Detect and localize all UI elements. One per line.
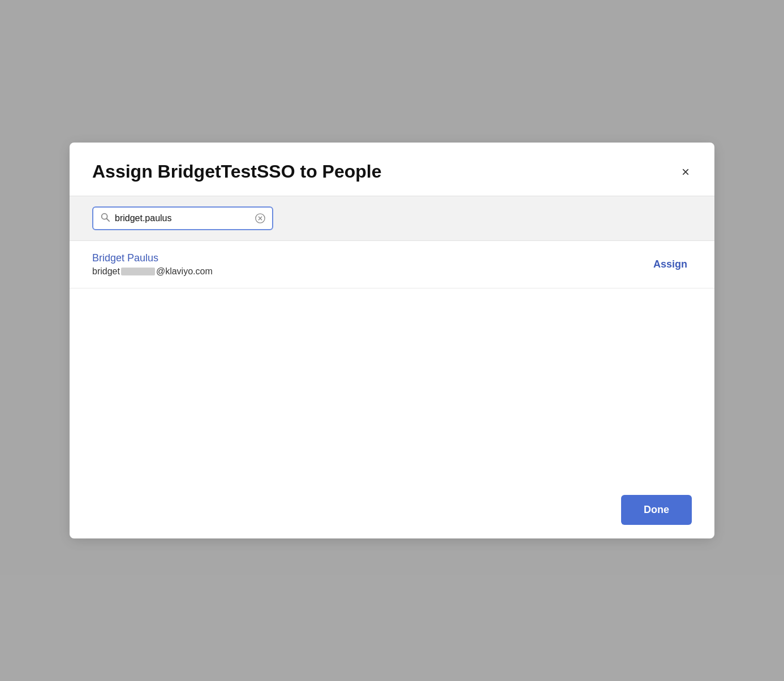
search-input-wrapper	[92, 206, 273, 230]
done-button[interactable]: Done	[621, 495, 692, 525]
search-input[interactable]	[115, 213, 251, 223]
close-button[interactable]: ×	[679, 163, 692, 181]
result-name[interactable]: Bridget Paulus	[92, 252, 213, 264]
result-email: bridget@klaviyo.com	[92, 266, 213, 277]
results-area: Bridget Paulus bridget@klaviyo.com Assig…	[70, 241, 714, 481]
search-bar-area	[70, 196, 714, 241]
modal-header: Assign BridgetTestSSO to People ×	[70, 143, 714, 196]
modal-title: Assign BridgetTestSSO to People	[92, 161, 381, 182]
modal-overlay: Assign BridgetTestSSO to People ×	[0, 0, 784, 681]
assign-button[interactable]: Assign	[649, 256, 692, 273]
modal-dialog: Assign BridgetTestSSO to People ×	[70, 143, 714, 538]
result-info: Bridget Paulus bridget@klaviyo.com	[92, 252, 213, 277]
clear-search-button[interactable]	[255, 213, 265, 223]
search-icon	[100, 212, 110, 225]
email-prefix: bridget	[92, 266, 120, 277]
email-redacted	[121, 268, 155, 275]
email-suffix: @klaviyo.com	[156, 266, 213, 277]
table-row: Bridget Paulus bridget@klaviyo.com Assig…	[70, 241, 714, 288]
svg-line-1	[106, 219, 109, 222]
modal-footer: Done	[70, 481, 714, 538]
